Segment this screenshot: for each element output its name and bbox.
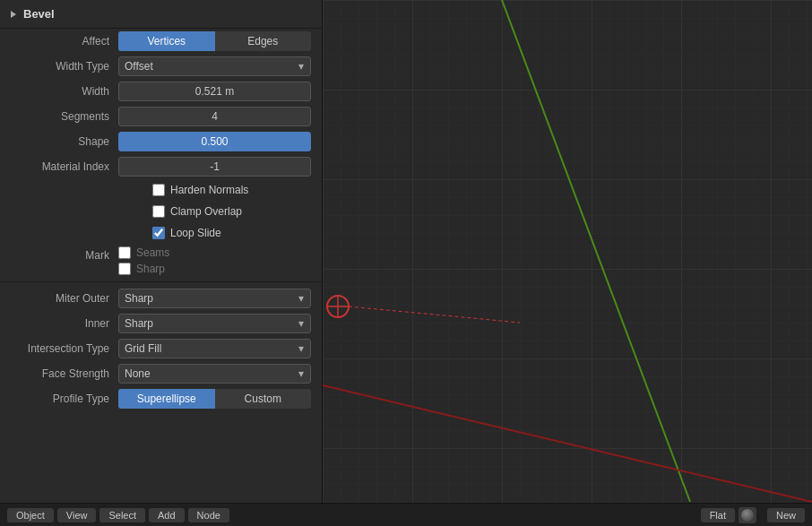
shape-input[interactable]: [118, 132, 311, 151]
clamp-overlap-checkbox[interactable]: [152, 205, 165, 218]
width-row: Width: [0, 79, 322, 104]
bottom-bar: Object View Select Add Node Flat New: [0, 503, 812, 526]
width-control: [118, 82, 311, 101]
inner-label: Inner: [11, 317, 118, 330]
affect-buttons: Vertices Edges: [118, 31, 311, 51]
affect-edges-button[interactable]: Edges: [215, 31, 312, 51]
segments-label: Segments: [11, 110, 118, 123]
intersection-type-label: Intersection Type: [11, 342, 118, 355]
segments-control: [118, 107, 311, 126]
face-strength-row: Face Strength None New Affected All: [0, 361, 322, 386]
shape-row: Shape: [0, 129, 322, 154]
width-input[interactable]: [118, 82, 311, 101]
profile-superellipse-button[interactable]: Superellipse: [118, 389, 215, 409]
profile-custom-button[interactable]: Custom: [215, 389, 312, 409]
seams-row: Seams: [118, 246, 169, 259]
harden-normals-checkbox[interactable]: [152, 184, 165, 196]
sharp-checkbox[interactable]: [118, 263, 131, 275]
intersection-type-wrapper: Grid Fill Cutoff: [118, 339, 311, 358]
svg-rect-1: [323, 0, 812, 503]
miter-outer-label: Miter Outer: [11, 292, 118, 305]
viewport[interactable]: [323, 0, 812, 503]
harden-normals-row: Harden Normals: [0, 179, 322, 201]
segments-row: Segments: [0, 104, 322, 129]
shape-control: [118, 132, 311, 151]
profile-type-row: Profile Type Superellipse Custom: [0, 386, 322, 411]
affect-label: Affect: [11, 35, 118, 47]
width-type-wrapper: Offset: [118, 56, 311, 76]
miter-outer-dropdown[interactable]: Sharp Patch Arc: [118, 289, 311, 308]
loop-slide-row: Loop Slide: [0, 222, 322, 244]
mark-row: Mark Seams Sharp: [0, 244, 322, 278]
intersection-type-dropdown[interactable]: Grid Fill Cutoff: [118, 339, 311, 358]
width-type-label: Width Type: [11, 60, 118, 73]
seams-checkbox[interactable]: [118, 246, 131, 259]
width-label: Width: [11, 85, 118, 98]
segments-input[interactable]: [118, 107, 311, 126]
face-strength-wrapper: None New Affected All: [118, 364, 311, 384]
material-index-label: Material Index: [11, 160, 118, 173]
sharp-row: Sharp: [118, 263, 169, 275]
miter-outer-row: Miter Outer Sharp Patch Arc: [0, 286, 322, 311]
affect-toggle-group: Vertices Edges: [118, 31, 311, 51]
material-index-input[interactable]: [118, 157, 311, 177]
new-button[interactable]: New: [767, 508, 805, 522]
bevel-section-header[interactable]: Bevel: [0, 0, 322, 29]
object-button[interactable]: Object: [7, 508, 54, 522]
inner-dropdown[interactable]: Sharp Arc: [118, 314, 311, 333]
miter-outer-wrapper: Sharp Patch Arc: [118, 289, 311, 308]
intersection-type-row: Intersection Type Grid Fill Cutoff: [0, 336, 322, 361]
clamp-overlap-row: Clamp Overlap: [0, 201, 322, 222]
material-index-row: Material Index: [0, 154, 322, 179]
divider-1: [0, 281, 322, 282]
mark-checks: Seams Sharp: [118, 246, 169, 275]
seams-label: Seams: [136, 246, 169, 259]
harden-normals-label: Harden Normals: [152, 184, 248, 196]
profile-type-control: Superellipse Custom: [118, 389, 311, 409]
collapse-triangle-icon: [11, 11, 16, 18]
face-strength-label: Face Strength: [11, 367, 118, 380]
inner-wrapper: Sharp Arc: [118, 314, 311, 333]
profile-buttons: Superellipse Custom: [118, 389, 311, 409]
affect-vertices-button[interactable]: Vertices: [118, 31, 215, 51]
inner-row: Inner Sharp Arc: [0, 311, 322, 336]
face-strength-dropdown[interactable]: None New Affected All: [118, 364, 311, 384]
sphere-icon[interactable]: [739, 507, 756, 523]
flat-button[interactable]: Flat: [701, 508, 735, 522]
bevel-title: Bevel: [23, 7, 55, 21]
view-button[interactable]: View: [57, 508, 97, 522]
bevel-panel: Bevel Affect Vertices Edges Width Type O…: [0, 0, 323, 503]
node-button[interactable]: Node: [188, 508, 229, 522]
loop-slide-label: Loop Slide: [152, 227, 221, 239]
material-index-control: [118, 157, 311, 177]
profile-type-label: Profile Type: [11, 392, 118, 405]
mark-label: Mark: [11, 246, 118, 262]
affect-row: Affect Vertices Edges: [0, 29, 322, 54]
loop-slide-checkbox[interactable]: [152, 227, 165, 239]
sharp-label: Sharp: [136, 263, 165, 275]
viewport-canvas: [323, 0, 812, 503]
shape-label: Shape: [11, 135, 118, 148]
add-button[interactable]: Add: [149, 508, 185, 522]
width-type-row: Width Type Offset: [0, 54, 322, 79]
select-button[interactable]: Select: [99, 508, 145, 522]
clamp-overlap-label: Clamp Overlap: [152, 205, 242, 218]
width-type-dropdown[interactable]: Offset: [118, 56, 311, 76]
